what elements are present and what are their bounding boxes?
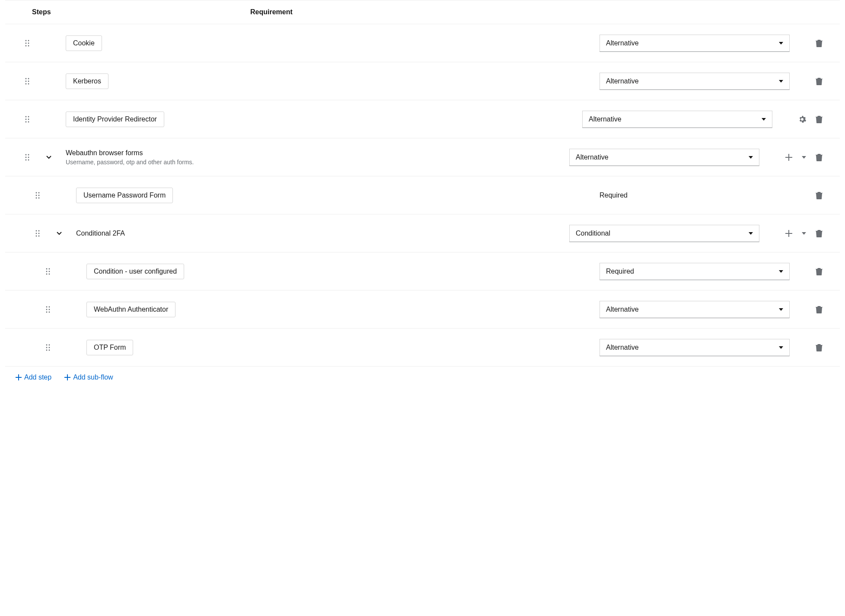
trash-icon[interactable] <box>816 230 823 237</box>
svg-point-52 <box>46 349 48 351</box>
svg-point-37 <box>49 268 50 269</box>
svg-point-53 <box>49 349 50 351</box>
svg-point-35 <box>38 235 40 236</box>
trash-icon[interactable] <box>816 115 823 123</box>
drag-handle-icon[interactable] <box>25 40 29 47</box>
table-row: Kerberos Alternative <box>5 62 840 100</box>
svg-point-24 <box>36 192 37 193</box>
requirement-select[interactable]: Alternative <box>582 111 772 128</box>
drag-handle-icon[interactable] <box>46 306 50 313</box>
requirement-select[interactable]: Alternative <box>599 35 790 52</box>
chevron-down-icon[interactable] <box>57 232 62 235</box>
table-row: Condition - user configured Required <box>5 252 840 290</box>
svg-point-40 <box>46 273 48 274</box>
svg-point-31 <box>38 230 40 231</box>
auth-flow-table: Steps Requirement Cookie Alternative <box>5 0 840 388</box>
requirement-value: Alternative <box>606 306 639 313</box>
step-label: Cookie <box>66 35 102 51</box>
requirement-select[interactable]: Alternative <box>569 149 759 166</box>
caret-down-icon[interactable] <box>802 232 806 235</box>
svg-point-8 <box>26 80 27 82</box>
drag-handle-icon[interactable] <box>35 230 40 237</box>
drag-handle-icon[interactable] <box>25 154 29 161</box>
table-row: Cookie Alternative <box>5 24 840 62</box>
svg-point-29 <box>38 197 40 198</box>
table-header: Steps Requirement <box>5 0 840 24</box>
svg-point-41 <box>49 273 50 274</box>
subflow-title: Webauthn browser forms <box>66 149 194 157</box>
trash-icon[interactable] <box>816 192 823 199</box>
svg-point-17 <box>28 121 29 122</box>
svg-point-15 <box>28 118 29 120</box>
svg-point-18 <box>26 154 27 155</box>
svg-point-1 <box>28 40 29 41</box>
gear-icon[interactable] <box>798 115 806 123</box>
step-label: Condition - user configured <box>86 264 184 279</box>
subflow-title: Conditional 2FA <box>76 230 125 237</box>
drag-handle-icon[interactable] <box>46 268 50 275</box>
add-subflow-button[interactable]: Add sub-flow <box>64 373 113 381</box>
svg-point-25 <box>38 192 40 193</box>
header-requirement: Requirement <box>250 8 293 16</box>
svg-point-36 <box>46 268 48 269</box>
plus-icon <box>16 374 22 380</box>
svg-point-4 <box>26 45 27 46</box>
trash-icon[interactable] <box>816 153 823 161</box>
svg-point-13 <box>28 116 29 117</box>
svg-point-45 <box>49 309 50 310</box>
plus-icon[interactable] <box>785 230 792 237</box>
trash-icon[interactable] <box>816 77 823 85</box>
svg-point-46 <box>46 311 48 313</box>
drag-handle-icon[interactable] <box>25 116 29 123</box>
requirement-value: Alternative <box>606 344 639 351</box>
svg-point-38 <box>46 271 48 272</box>
svg-point-47 <box>49 311 50 313</box>
svg-point-43 <box>49 306 50 307</box>
caret-down-icon <box>779 42 783 45</box>
step-label: OTP Form <box>86 340 133 355</box>
table-row: WebAuthn Authenticator Alternative <box>5 290 840 329</box>
requirement-select[interactable]: Alternative <box>599 73 790 90</box>
drag-handle-icon[interactable] <box>46 344 50 351</box>
requirement-select[interactable]: Conditional <box>569 225 759 242</box>
trash-icon[interactable] <box>816 344 823 351</box>
requirement-value: Alternative <box>606 39 639 47</box>
requirement-select[interactable]: Required <box>599 263 790 280</box>
subflow-description: Username, password, otp and other auth f… <box>66 159 194 166</box>
caret-down-icon <box>762 118 766 121</box>
add-step-button[interactable]: Add step <box>16 373 51 381</box>
table-row: Conditional 2FA Conditional <box>5 214 840 252</box>
svg-point-51 <box>49 347 50 348</box>
drag-handle-icon[interactable] <box>35 192 40 199</box>
trash-icon[interactable] <box>816 306 823 313</box>
svg-point-48 <box>46 344 48 345</box>
svg-point-21 <box>28 156 29 158</box>
svg-point-44 <box>46 309 48 310</box>
table-row: Identity Provider Redirector Alternative <box>5 100 840 138</box>
caret-down-icon <box>749 232 753 235</box>
svg-point-10 <box>26 83 27 84</box>
requirement-value: Alternative <box>589 115 622 123</box>
svg-point-7 <box>28 78 29 79</box>
svg-point-33 <box>38 233 40 234</box>
svg-point-11 <box>28 83 29 84</box>
svg-point-5 <box>28 45 29 46</box>
svg-point-30 <box>36 230 37 231</box>
trash-icon[interactable] <box>816 39 823 47</box>
requirement-select[interactable]: Alternative <box>599 301 790 318</box>
svg-point-6 <box>26 78 27 79</box>
requirement-select[interactable]: Alternative <box>599 339 790 356</box>
svg-point-19 <box>28 154 29 155</box>
chevron-down-icon[interactable] <box>46 156 51 159</box>
footer-actions: Add step Add sub-flow <box>5 367 840 388</box>
caret-down-icon <box>779 270 783 273</box>
svg-point-49 <box>49 344 50 345</box>
drag-handle-icon[interactable] <box>25 78 29 85</box>
trash-icon[interactable] <box>816 268 823 275</box>
svg-point-34 <box>36 235 37 236</box>
caret-down-icon <box>779 80 783 83</box>
svg-point-3 <box>28 42 29 44</box>
plus-icon[interactable] <box>785 154 792 161</box>
svg-point-28 <box>36 197 37 198</box>
caret-down-icon[interactable] <box>802 156 806 159</box>
